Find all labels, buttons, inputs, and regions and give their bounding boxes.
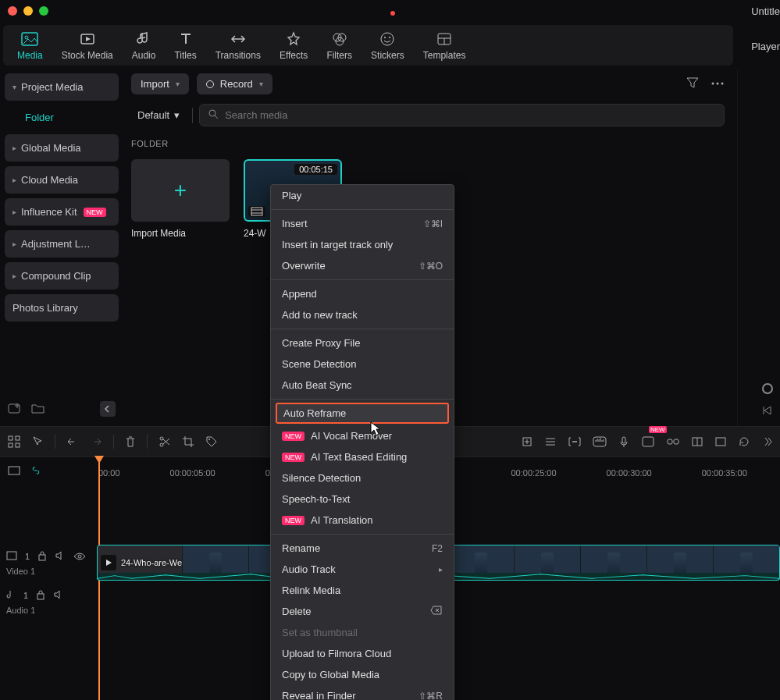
window-controls bbox=[8, 6, 48, 16]
ctx-insert[interactable]: Insert⇧⌘I bbox=[271, 213, 454, 234]
marker-icon[interactable] bbox=[762, 383, 773, 394]
ctx-ai-translation[interactable]: NEWAI Translation bbox=[271, 510, 454, 531]
redo-icon[interactable] bbox=[90, 436, 102, 447]
ctx-copy-global[interactable]: Copy to Global Media bbox=[271, 664, 454, 685]
refresh-icon[interactable] bbox=[738, 435, 750, 448]
undo-icon[interactable] bbox=[66, 436, 79, 447]
sidebar-folder[interactable]: Folder bbox=[5, 105, 119, 130]
transitions-icon bbox=[230, 31, 246, 47]
crop-icon[interactable] bbox=[182, 435, 194, 448]
ctx-insert-target[interactable]: Insert in target track only bbox=[271, 234, 454, 255]
svg-rect-26 bbox=[16, 443, 20, 447]
search-box[interactable] bbox=[199, 104, 725, 126]
sort-dropdown[interactable]: Default▾ bbox=[131, 105, 186, 126]
maximize-window[interactable] bbox=[39, 6, 48, 16]
export-frame-icon[interactable] bbox=[714, 436, 727, 447]
ctx-append[interactable]: Append bbox=[271, 283, 454, 304]
svg-rect-45 bbox=[9, 467, 20, 474]
delete-icon[interactable] bbox=[125, 435, 136, 448]
filter-icon[interactable] bbox=[686, 76, 700, 91]
ctx-auto-reframe[interactable]: Auto Reframe bbox=[276, 403, 449, 424]
sidebar-influence-kit[interactable]: ▸Influence KitNEW bbox=[5, 198, 119, 226]
record-icon bbox=[206, 80, 214, 88]
add-marker-icon[interactable] bbox=[521, 435, 533, 448]
ctx-upload-cloud[interactable]: Upload to Filmora Cloud bbox=[271, 643, 454, 664]
close-window[interactable] bbox=[8, 6, 17, 16]
mute-icon[interactable] bbox=[53, 590, 64, 602]
ctx-scene-detection[interactable]: Scene Detection bbox=[271, 354, 454, 375]
import-media-tile[interactable]: + Import Media bbox=[131, 159, 230, 239]
svg-point-9 bbox=[389, 37, 390, 38]
stock-media-icon bbox=[79, 31, 96, 47]
sidebar-photos-library[interactable]: Photos Library bbox=[5, 294, 119, 322]
ctx-relink-media[interactable]: Relink Media bbox=[271, 580, 454, 601]
ctx-audio-track[interactable]: Audio Track▸ bbox=[271, 559, 454, 580]
ctx-rename[interactable]: RenameF2 bbox=[271, 538, 454, 559]
chevron-right-icon: ▸ bbox=[12, 144, 16, 152]
track-options-icon[interactable] bbox=[8, 465, 20, 478]
mute-icon[interactable] bbox=[55, 551, 66, 563]
minimize-window[interactable] bbox=[23, 6, 33, 16]
ctx-speech-to-text[interactable]: Speech-to-Text bbox=[271, 489, 454, 510]
visibility-icon[interactable] bbox=[73, 551, 86, 563]
tab-audio[interactable]: Audio bbox=[132, 31, 156, 61]
filters-icon bbox=[332, 31, 347, 47]
ctx-reveal-finder[interactable]: Reveal in Finder⇧⌘R bbox=[271, 685, 454, 700]
svg-point-34 bbox=[572, 441, 574, 442]
prev-frame-icon[interactable] bbox=[761, 405, 774, 418]
tab-templates[interactable]: Templates bbox=[423, 31, 466, 61]
link-icon[interactable] bbox=[30, 465, 42, 478]
media-icon bbox=[21, 31, 38, 47]
expand-icon[interactable] bbox=[761, 436, 772, 447]
ctx-play[interactable]: Play bbox=[271, 185, 454, 206]
ctx-ai-text-editing[interactable]: NEWAI Text Based Editing bbox=[271, 446, 454, 467]
tab-effects[interactable]: Effects bbox=[280, 31, 308, 61]
ctx-create-proxy[interactable]: Create Proxy File bbox=[271, 332, 454, 354]
select-tool-icon[interactable] bbox=[31, 435, 44, 448]
sidebar-cloud-media[interactable]: ▸Cloud Media bbox=[5, 166, 119, 194]
import-button[interactable]: Import▾ bbox=[131, 73, 189, 94]
waveform-icon[interactable] bbox=[593, 436, 607, 447]
svg-point-7 bbox=[381, 33, 394, 45]
voice-icon[interactable] bbox=[618, 435, 630, 448]
add-folder-icon[interactable] bbox=[8, 402, 22, 417]
ctx-overwrite[interactable]: Overwrite⇧⌘O bbox=[271, 255, 454, 276]
section-folder-label: FOLDER bbox=[131, 139, 725, 148]
grid-edit-icon[interactable] bbox=[8, 435, 20, 448]
ctx-auto-beat-sync[interactable]: Auto Beat Sync bbox=[271, 375, 454, 396]
tag-icon[interactable] bbox=[205, 435, 218, 448]
lock-icon[interactable] bbox=[37, 550, 47, 563]
lock-icon[interactable] bbox=[36, 589, 45, 602]
tab-filters[interactable]: Filters bbox=[326, 31, 352, 61]
sidebar-global-media[interactable]: ▸Global Media bbox=[5, 134, 119, 162]
ctx-add-new-track[interactable]: Add to new track bbox=[271, 304, 454, 325]
stickers-icon bbox=[379, 31, 395, 47]
tab-transitions[interactable]: Transitions bbox=[215, 31, 261, 61]
ai-tool-icon[interactable]: NEW bbox=[641, 435, 655, 448]
duration-badge: 00:05:15 bbox=[294, 164, 337, 175]
folder-icon[interactable] bbox=[31, 402, 45, 417]
link-clips-icon[interactable] bbox=[666, 436, 680, 447]
split-icon[interactable] bbox=[158, 435, 171, 448]
sidebar-adjustment-layer[interactable]: ▸Adjustment L… bbox=[5, 230, 119, 258]
ctx-ai-vocal-remover[interactable]: NEWAI Vocal Remover bbox=[271, 425, 454, 446]
aspect-icon[interactable] bbox=[691, 436, 703, 447]
ctx-delete[interactable]: Delete bbox=[271, 601, 454, 622]
chevron-right-icon: ▸ bbox=[12, 272, 16, 280]
tab-titles[interactable]: Titles bbox=[174, 31, 196, 61]
collapse-sidebar-button[interactable] bbox=[100, 401, 116, 417]
search-input[interactable] bbox=[225, 109, 716, 121]
video-track-head: 1 Video 1 bbox=[0, 547, 92, 579]
tab-stickers[interactable]: Stickers bbox=[371, 31, 404, 61]
titles-icon bbox=[179, 31, 193, 47]
ctx-silence-detection[interactable]: Silence Detection bbox=[271, 467, 454, 489]
audio-icon bbox=[137, 31, 151, 47]
sidebar-project-media[interactable]: ▾Project Media bbox=[5, 73, 119, 101]
record-button[interactable]: Record▾ bbox=[197, 73, 272, 94]
tab-stock-media[interactable]: Stock Media bbox=[62, 31, 113, 61]
sidebar-compound-clip[interactable]: ▸Compound Clip bbox=[5, 262, 119, 290]
brackets-icon[interactable] bbox=[568, 436, 582, 447]
more-icon[interactable] bbox=[711, 76, 725, 91]
tab-media[interactable]: Media bbox=[17, 31, 43, 61]
track-display-icon[interactable] bbox=[544, 436, 557, 447]
